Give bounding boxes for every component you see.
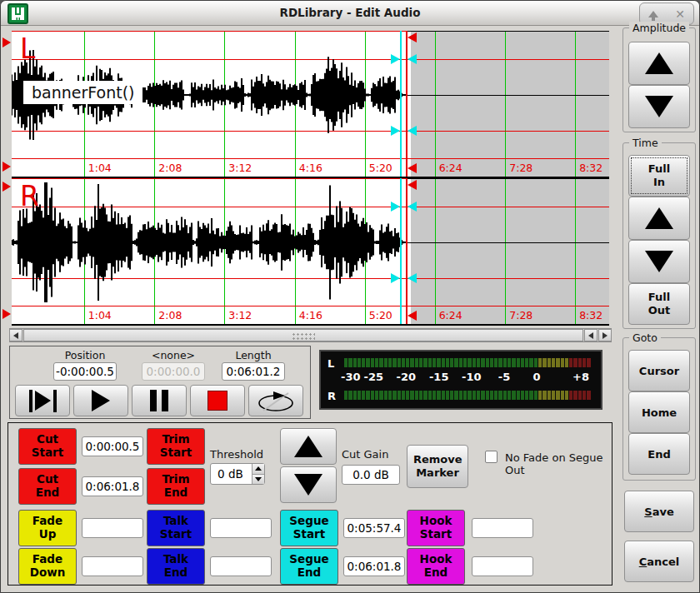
meter-segment bbox=[344, 358, 348, 367]
right-waveform-panel[interactable]: R bbox=[12, 178, 609, 306]
trim-end-button[interactable]: Trim End bbox=[147, 468, 205, 505]
meter-segment bbox=[556, 391, 559, 400]
segue-marker-icon[interactable] bbox=[391, 126, 400, 136]
play-from-start-button[interactable] bbox=[15, 385, 70, 416]
goto-home-button[interactable]: Home bbox=[628, 391, 690, 433]
meter-segment bbox=[525, 358, 528, 367]
amplitude-down-button[interactable] bbox=[628, 85, 690, 128]
full-out-button[interactable]: Full Out bbox=[628, 283, 690, 325]
segue-marker-icon[interactable] bbox=[391, 202, 400, 212]
titlebar[interactable]: RDLibrary - Edit Audio ✕ bbox=[1, 1, 699, 26]
loop-button[interactable] bbox=[248, 385, 303, 416]
no-fade-checkbox[interactable] bbox=[485, 451, 498, 463]
shade-window-icon[interactable] bbox=[644, 6, 662, 22]
segue-start-button[interactable]: Segue Start bbox=[280, 510, 338, 546]
gridline bbox=[224, 159, 225, 177]
meter-segment bbox=[428, 391, 432, 400]
play-button[interactable] bbox=[73, 385, 128, 416]
segue-marker-icon[interactable] bbox=[408, 54, 417, 64]
meter-segment bbox=[375, 391, 378, 400]
waveform-scrollbar[interactable] bbox=[9, 328, 612, 342]
cut-start-button[interactable]: Cut Start bbox=[18, 428, 77, 465]
scroll-right-button[interactable] bbox=[598, 329, 612, 341]
goto-end-button[interactable]: End bbox=[628, 433, 690, 475]
zoom-in-button[interactable] bbox=[628, 197, 690, 240]
pause-button[interactable] bbox=[132, 385, 187, 416]
cancel-button[interactable]: Cancel bbox=[624, 541, 694, 582]
cut-end-marker-icon[interactable] bbox=[408, 163, 417, 173]
remove-marker-button[interactable]: Remove Marker bbox=[407, 445, 468, 488]
meter-segment bbox=[534, 391, 538, 400]
full-in-button[interactable]: Full In bbox=[628, 155, 690, 197]
threshold-spinbox[interactable]: 0 dB bbox=[210, 463, 265, 485]
segue-marker-icon[interactable] bbox=[408, 202, 417, 212]
play-from-start-icon bbox=[29, 390, 57, 412]
threshold-label: Threshold bbox=[210, 448, 263, 461]
segue-end-field[interactable]: 0:06:01.8 bbox=[343, 556, 405, 576]
left-waveform-panel[interactable]: L bannerFont() bbox=[12, 31, 609, 159]
scroll-left-button-2[interactable] bbox=[584, 329, 598, 341]
position-field[interactable]: -0:00:00.5 bbox=[53, 362, 117, 381]
cut-start-field[interactable]: 0:00:00.5 bbox=[82, 436, 143, 456]
cut-gain-field[interactable]: 0.0 dB bbox=[342, 465, 400, 485]
gain-up-button[interactable] bbox=[280, 428, 337, 465]
gridline bbox=[295, 306, 296, 324]
cut-end-line[interactable] bbox=[406, 31, 408, 177]
gridline bbox=[365, 159, 366, 177]
tick-label: 1:04 bbox=[88, 309, 112, 321]
fade-up-button[interactable]: Fade Up bbox=[18, 510, 77, 546]
left-channel-label: L bbox=[20, 32, 35, 65]
fade-down-field[interactable] bbox=[82, 556, 143, 576]
goto-group-label: Goto bbox=[629, 331, 661, 344]
talk-end-button[interactable]: Talk End bbox=[147, 548, 205, 585]
stop-button[interactable] bbox=[190, 385, 245, 416]
cut-start-marker-icon[interactable] bbox=[2, 309, 11, 319]
length-field[interactable]: 0:06:01.2 bbox=[222, 362, 285, 381]
segue-end-button[interactable]: Segue End bbox=[280, 548, 338, 585]
zoom-out-button[interactable] bbox=[628, 240, 690, 283]
cut-start-marker-icon[interactable] bbox=[2, 182, 11, 192]
segue-marker-icon[interactable] bbox=[391, 273, 400, 283]
time-group: Time Full In Full Out bbox=[622, 142, 696, 329]
spin-up-button[interactable] bbox=[252, 464, 264, 474]
close-window-icon[interactable]: ✕ bbox=[671, 6, 689, 22]
gain-down-button[interactable] bbox=[280, 466, 337, 503]
segue-marker-icon[interactable] bbox=[391, 54, 400, 64]
cut-start-marker-icon[interactable] bbox=[2, 37, 11, 47]
cut-end-marker-icon[interactable] bbox=[408, 180, 417, 190]
save-button[interactable]: Save bbox=[624, 491, 694, 532]
segue-start-line[interactable] bbox=[400, 31, 402, 177]
meter-segment bbox=[486, 391, 489, 400]
cut-end-marker-icon[interactable] bbox=[408, 311, 417, 321]
segue-marker-icon[interactable] bbox=[408, 126, 417, 136]
cut-end-field[interactable]: 0:06:01.8 bbox=[82, 476, 143, 496]
hook-end-field[interactable] bbox=[472, 556, 533, 576]
hook-end-button[interactable]: Hook End bbox=[407, 548, 465, 585]
meter-segment bbox=[410, 358, 413, 367]
meter-right-bar bbox=[344, 391, 591, 400]
scrollbar-thumb[interactable] bbox=[23, 329, 583, 341]
cut-end-marker-icon[interactable] bbox=[408, 32, 417, 42]
fade-down-button[interactable]: Fade Down bbox=[18, 548, 77, 585]
cut-end-button[interactable]: Cut End bbox=[18, 468, 77, 505]
goto-cursor-button[interactable]: Cursor bbox=[628, 350, 690, 391]
spin-down-button[interactable] bbox=[252, 474, 264, 485]
hook-start-field[interactable] bbox=[472, 518, 533, 538]
talk-end-field[interactable] bbox=[210, 556, 272, 576]
talk-start-field[interactable] bbox=[210, 518, 272, 538]
waveform-display[interactable]: L bannerFont() 1:04 2:08 3:12 4:16 5:20 … bbox=[12, 31, 609, 326]
segue-marker-icon[interactable] bbox=[408, 273, 417, 283]
cut-start-marker-icon[interactable] bbox=[2, 162, 11, 172]
segue-start-field[interactable]: 0:05:57.4 bbox=[343, 518, 405, 538]
amplitude-up-button[interactable] bbox=[628, 42, 690, 85]
fade-up-field[interactable] bbox=[82, 518, 143, 538]
meter-segment bbox=[428, 358, 432, 367]
segue-start-line[interactable] bbox=[400, 178, 402, 324]
trim-start-button[interactable]: Trim Start bbox=[147, 428, 205, 465]
hook-start-button[interactable]: Hook Start bbox=[407, 510, 465, 546]
cut-end-line[interactable] bbox=[406, 178, 408, 324]
scroll-left-button[interactable] bbox=[9, 329, 22, 341]
amplitude-group-label: Amplitude bbox=[629, 22, 689, 34]
meter-segment bbox=[494, 358, 498, 367]
talk-start-button[interactable]: Talk Start bbox=[147, 510, 205, 546]
